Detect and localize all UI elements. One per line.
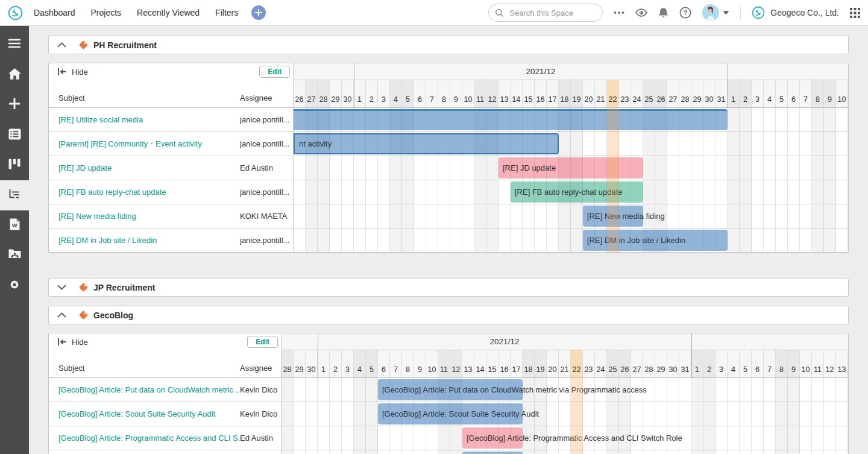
- day-cell: 20: [547, 350, 559, 377]
- gantt-bar[interactable]: [462, 452, 523, 454]
- task-subject-link[interactable]: [RE] Utilize social media: [58, 115, 240, 124]
- svg-text:?: ?: [684, 9, 688, 16]
- task-subject-link[interactable]: [Parernt] [RE] Community・Event activity: [58, 139, 240, 150]
- day-cell: 17: [511, 350, 523, 377]
- sidebar: W: [0, 26, 29, 454]
- section-header-jp-recruitment[interactable]: JP Recruitment: [48, 278, 849, 297]
- day-cell: 9: [414, 350, 426, 377]
- day-cell: 3: [715, 350, 728, 377]
- top-nav-right: ? Geogeco Co., Ltd.: [488, 4, 860, 22]
- day-cell: 14: [474, 350, 486, 377]
- task-subject-link[interactable]: [GecoBlog] Article: Put data on CloudWat…: [58, 385, 240, 394]
- day-cell: 11: [474, 80, 486, 107]
- gantt-bar[interactable]: nt activity: [294, 133, 559, 154]
- nav-projects[interactable]: Projects: [91, 8, 122, 17]
- edit-button[interactable]: Edit: [259, 66, 290, 78]
- day-cell: 19: [535, 350, 547, 377]
- day-cell: 3: [378, 80, 390, 107]
- gantt-bar[interactable]: [RE] JD update: [498, 157, 643, 178]
- day-cell: 13: [462, 350, 474, 377]
- gantt-row: [RE] JD update: [294, 156, 848, 180]
- grid-icon[interactable]: [850, 8, 860, 18]
- sidebar-files[interactable]: [0, 241, 29, 271]
- day-cell: 1: [354, 80, 366, 107]
- day-cell: 4: [764, 80, 776, 107]
- workspace-logo: [752, 6, 765, 19]
- gantt-bar[interactable]: [RE] DM in Job site / Likedin: [583, 230, 728, 251]
- hide-panel-button[interactable]: Hide: [57, 338, 88, 347]
- workspace[interactable]: Geogeco Co., Ltd.: [752, 6, 839, 19]
- gantt-bar[interactable]: [GecoBlog] Article: Put data on CloudWat…: [378, 379, 523, 400]
- day-cell: 11: [812, 350, 824, 377]
- nav-filters[interactable]: Filters: [215, 8, 238, 17]
- gantt-bar[interactable]: [RE] FB auto reply-chat update: [511, 181, 643, 203]
- task-row: [RE] JD updateEd Austin: [49, 156, 293, 180]
- day-cell: 13: [498, 80, 511, 107]
- day-header-row: 2627282930123456789101112131415161718192…: [294, 80, 848, 108]
- watch-icon[interactable]: [635, 8, 647, 17]
- day-cell: 6: [414, 80, 426, 107]
- section-title: JP Recruitment: [93, 283, 155, 292]
- task-subject-link[interactable]: [RE] DM in Job site / Likedin: [58, 236, 240, 245]
- hide-panel-button[interactable]: Hide: [57, 68, 88, 77]
- gantt-row: [RE] FB auto reply-chat update: [294, 180, 848, 204]
- caret-down-icon[interactable]: [723, 11, 729, 15]
- gantt-bar[interactable]: [RE] New media fiding: [583, 206, 643, 227]
- day-cell: 1: [691, 350, 703, 377]
- task-subject-link[interactable]: [RE] FB auto reply-chat update: [58, 188, 240, 197]
- user-menu[interactable]: [702, 4, 729, 21]
- gantt-bar[interactable]: [GecoBlog] Article: Programmatic Access …: [462, 427, 523, 449]
- ellipsis-icon[interactable]: [614, 11, 624, 14]
- search-box[interactable]: [488, 4, 603, 22]
- chevron-up-icon[interactable]: [57, 42, 66, 48]
- day-cell: 7: [426, 80, 438, 107]
- task-subject-link[interactable]: [RE] JD update: [58, 163, 240, 172]
- gantt-chart: 2021/12262728293012345678910111213141516…: [294, 63, 848, 253]
- section-header-ph-recruitment[interactable]: PH Recruitment: [48, 36, 849, 54]
- search-input[interactable]: [508, 8, 617, 18]
- gantt-chart: 2021/12282930123456789101112131415161718…: [281, 333, 848, 454]
- day-cell: 4: [728, 350, 740, 377]
- help-icon[interactable]: ?: [679, 7, 691, 19]
- svg-text:W: W: [11, 222, 17, 229]
- create-task-button[interactable]: [251, 5, 266, 20]
- day-cell: 14: [511, 80, 523, 107]
- sidebar-add[interactable]: [0, 90, 29, 120]
- sidebar-docs[interactable]: W: [0, 210, 29, 241]
- sidebar-home[interactable]: [0, 60, 29, 90]
- nav-recently-viewed[interactable]: Recently Viewed: [137, 8, 200, 17]
- word-doc-icon: W: [10, 218, 20, 233]
- gantt-bar-label: [GecoBlog] Article: Put data on CloudWat…: [378, 385, 647, 394]
- day-cell: 8: [812, 80, 824, 107]
- nav-dashboard[interactable]: Dashboard: [34, 8, 75, 17]
- gantt-bar[interactable]: [GecoBlog] Article: Scout Suite Security…: [378, 403, 523, 424]
- chevron-down-icon[interactable]: [57, 285, 66, 290]
- day-cell: 10: [426, 350, 438, 377]
- edit-button[interactable]: Edit: [247, 336, 278, 348]
- month-boundary-line: [728, 63, 728, 108]
- task-subject-link[interactable]: [GecoBlog] Article: Programmatic Access …: [58, 434, 240, 443]
- gantt-section-gecoblog: HideEditSubjectAssignee[GecoBlog] Articl…: [48, 333, 849, 454]
- day-cell: 29: [330, 80, 342, 107]
- task-subject-link[interactable]: [RE] New media fiding: [58, 212, 240, 221]
- sidebar-menu[interactable]: [0, 30, 29, 60]
- gear-icon: [8, 279, 20, 293]
- day-cell: 26: [655, 80, 667, 107]
- task-subject-link[interactable]: [GecoBlog] Article: Scout Suite Security…: [58, 409, 240, 418]
- sidebar-settings[interactable]: [0, 271, 29, 301]
- day-cell: 23: [619, 80, 631, 107]
- avatar[interactable]: [702, 4, 719, 21]
- section-header-gecoblog[interactable]: GecoBlog: [48, 306, 849, 324]
- gantt-row: [GecoBlog] Article: Put data on CloudWat…: [281, 378, 848, 402]
- sidebar-list[interactable]: [0, 120, 29, 150]
- jooto-logo[interactable]: [8, 5, 23, 20]
- gantt-bar[interactable]: [294, 109, 728, 130]
- sidebar-kanban[interactable]: [0, 150, 29, 180]
- day-cell: 9: [788, 350, 800, 377]
- column-headers: SubjectAssignee: [49, 80, 293, 108]
- chevron-up-icon[interactable]: [57, 312, 66, 318]
- day-cell: 13: [836, 350, 848, 377]
- bell-icon[interactable]: [658, 7, 668, 19]
- sidebar-gantt[interactable]: [0, 180, 29, 210]
- day-cell: 2: [703, 350, 715, 377]
